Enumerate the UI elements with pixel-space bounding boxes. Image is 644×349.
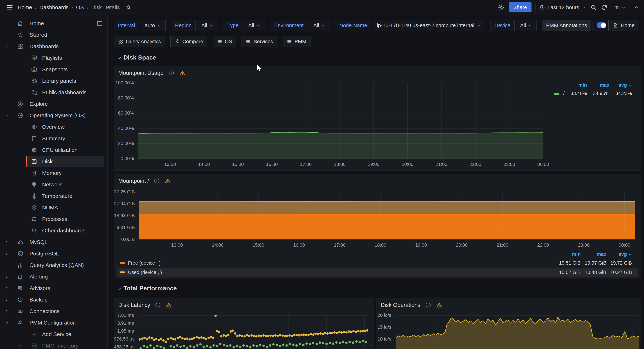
panel-title[interactable]: Disk Operations: [381, 302, 420, 308]
sidebar-item-explore[interactable]: Explore: [0, 98, 108, 110]
sidebar-item-mysql[interactable]: MySQL: [0, 236, 108, 248]
chevron-down-icon[interactable]: [17, 344, 22, 348]
clipboard-icon: [31, 135, 38, 142]
legend-series-label[interactable]: /: [563, 91, 564, 96]
breadcrumb-home[interactable]: Home: [18, 4, 32, 10]
sidebar-item-backup[interactable]: Backup: [0, 294, 108, 306]
sidebar-item-playlists[interactable]: Playlists: [0, 52, 108, 64]
sidebar-item-dashboards[interactable]: Dashboards: [0, 41, 108, 52]
panel-title[interactable]: Mountpoint /: [118, 178, 149, 184]
sidebar-item-pmm-inventory[interactable]: PMM Inventory: [0, 340, 108, 349]
chevron-right-icon[interactable]: [4, 240, 9, 245]
cpu-icon: [31, 147, 38, 153]
sidebar-item-numa[interactable]: NUMA: [0, 202, 108, 213]
home-dashboard-button[interactable]: Home: [608, 20, 639, 31]
type-select[interactable]: All: [244, 20, 265, 31]
toggle-switch[interactable]: [597, 22, 606, 28]
legend-series-label[interactable]: Free (device , ): [128, 260, 161, 266]
sidebar-item-summary[interactable]: Summary: [0, 133, 108, 144]
environment-select[interactable]: All: [309, 20, 330, 31]
sidebar-item-alerting[interactable]: Alerting: [0, 271, 108, 283]
pmm-annotations-toggle[interactable]: [592, 20, 610, 31]
legend-value: 19.72 GiB: [610, 260, 632, 266]
share-button[interactable]: Share: [509, 2, 532, 12]
query-analytics-button[interactable]: Query Analytics: [114, 36, 165, 47]
refresh-icon[interactable]: [601, 4, 608, 11]
sidebar-item-overview[interactable]: Overview: [0, 121, 108, 133]
section-total-performance[interactable]: Total Performance: [117, 285, 177, 292]
refresh-interval-picker[interactable]: 1m: [612, 4, 626, 10]
sidebar-item-starred[interactable]: Starred: [0, 29, 108, 41]
info-icon[interactable]: [155, 302, 161, 308]
panel-title[interactable]: Disk Latency: [118, 302, 150, 308]
sidebar-item-snapshots[interactable]: Snapshots: [0, 64, 108, 75]
sidebar-item-pmm-configuration[interactable]: PMM Configuration: [0, 317, 108, 329]
sidebar-item-add-service[interactable]: Add Service: [0, 329, 108, 340]
sidebar-item-memory[interactable]: Memory: [0, 167, 108, 179]
region-select[interactable]: All: [197, 20, 218, 31]
chevron-down-icon[interactable]: [4, 113, 9, 118]
chevron-right-icon[interactable]: [4, 251, 9, 256]
warning-icon[interactable]: [164, 178, 171, 184]
legend-header-max[interactable]: max: [597, 252, 606, 257]
sidebar-item-cpu-utilization[interactable]: CPU utilization: [0, 144, 108, 156]
warning-icon[interactable]: [436, 302, 442, 308]
collapse-topbar-icon[interactable]: [634, 5, 639, 10]
services-button[interactable]: Services: [242, 36, 277, 47]
sidebar-item-processes[interactable]: Processes: [0, 213, 108, 225]
info-icon[interactable]: [154, 178, 160, 184]
legend-header-avg[interactable]: avg: [618, 252, 632, 257]
favorite-star-icon[interactable]: [125, 4, 132, 10]
chevron-down-icon[interactable]: [4, 321, 9, 325]
sidebar-item-public-dashboards[interactable]: Public dashboards: [0, 87, 108, 98]
breadcrumb-os[interactable]: OS: [76, 4, 84, 10]
sidebar-item-operating-system[interactable]: Operating System (OS): [0, 110, 108, 121]
interval-select[interactable]: auto: [140, 20, 166, 31]
chart-disk-latency[interactable]: [138, 315, 368, 349]
sidebar-item-disk[interactable]: Disk: [0, 156, 108, 167]
pmm-button[interactable]: PMM: [282, 36, 310, 47]
sidebar-item-advisors[interactable]: Advisors: [0, 283, 108, 294]
dashboard-settings-icon[interactable]: [498, 4, 505, 11]
legend-header-avg[interactable]: avg: [618, 82, 632, 88]
os-button[interactable]: OS: [213, 36, 236, 47]
legend-header-min[interactable]: min: [578, 82, 587, 88]
sidebar-item-connections[interactable]: Connections: [0, 306, 108, 317]
breadcrumb-disk-details: Disk Details: [91, 4, 120, 10]
chevron-right-icon[interactable]: [4, 274, 9, 279]
chart-disk-operations[interactable]: [395, 315, 639, 349]
section-disk-space[interactable]: Disk Space: [117, 54, 156, 61]
warning-icon[interactable]: [166, 302, 172, 308]
breadcrumb-dashboards[interactable]: Dashboards: [40, 4, 68, 10]
sidebar-item-postgresql[interactable]: PostgreSQL: [0, 248, 108, 259]
menu-icon[interactable]: [6, 4, 13, 11]
info-icon[interactable]: [168, 70, 174, 76]
legend-header-min[interactable]: min: [572, 252, 581, 257]
sidebar-item-temperature[interactable]: Temperature: [0, 190, 108, 202]
chevron-right-icon[interactable]: [4, 297, 9, 302]
sidebar-item-library-panels[interactable]: Library panels: [0, 75, 108, 87]
panel-mountpoint-usage: Mountpoint Usage 0.00%20.00%40.00%60.00%…: [114, 66, 641, 171]
zoom-out-icon[interactable]: [590, 4, 597, 11]
panel-title[interactable]: Mountpoint Usage: [118, 70, 164, 76]
chevron-right-icon[interactable]: [4, 309, 9, 314]
chart-mountpoint-usage[interactable]: [138, 83, 543, 159]
x-axis-tick-label: 00:00: [532, 162, 554, 167]
sidebar-item-other-dashboards[interactable]: Other dashboards: [0, 225, 108, 236]
warning-icon[interactable]: [179, 70, 186, 76]
info-icon[interactable]: [425, 302, 431, 308]
sidebar-item-network[interactable]: Network: [0, 179, 108, 190]
legend-header-max[interactable]: max: [600, 82, 610, 88]
sidebar-item-home[interactable]: Home: [0, 18, 108, 29]
compare-button[interactable]: Compare: [170, 36, 207, 47]
time-range-picker[interactable]: Last 12 hours: [540, 4, 586, 10]
node-name-select[interactable]: ip-10-178-1-40.us-east-2.compute.interna…: [373, 20, 485, 31]
device-select[interactable]: All: [516, 20, 536, 31]
chevron-right-icon[interactable]: [4, 286, 9, 291]
legend-series-label[interactable]: Used (device , ): [128, 270, 162, 275]
chart-mountpoint-[interactable]: [139, 192, 635, 239]
chevron-down-icon[interactable]: [4, 44, 9, 49]
x-axis-tick-label: 13:00: [159, 162, 181, 167]
sidebar-item-query-analytics[interactable]: Query Analytics (QAN): [0, 259, 108, 271]
collapse-sidebar-icon[interactable]: [96, 20, 103, 27]
